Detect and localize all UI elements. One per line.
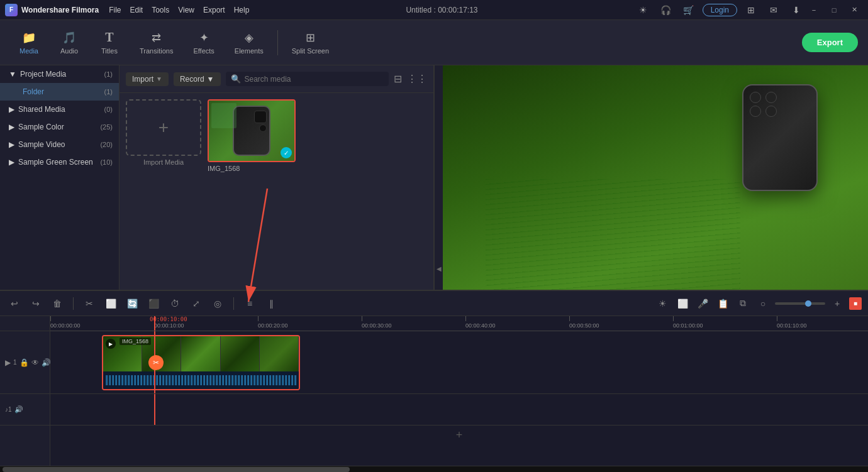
- filter-icon[interactable]: ⊟: [394, 73, 402, 85]
- toolbar-effects[interactable]: ✦ Effects: [184, 27, 223, 58]
- timeline-body: ▶ 1 🔒 👁 🔊 ♪1 🔊 00:00:00:00 0: [0, 316, 868, 466]
- toolbar-splitscreen-label: Split Screen: [292, 47, 329, 55]
- tl-resize-button[interactable]: ⤢: [188, 295, 204, 312]
- headphone-icon[interactable]: 🎧: [657, 3, 675, 18]
- eye-icon[interactable]: 👁: [31, 358, 39, 367]
- tl-redo-button[interactable]: ↪: [28, 295, 44, 312]
- audio-track-number: ♪1: [5, 406, 12, 413]
- menu-view[interactable]: View: [178, 6, 194, 14]
- ruler-tick-5: 00:00:50:00: [569, 316, 599, 329]
- shared-media-arrow: ▶: [9, 105, 14, 114]
- toolbar-titles[interactable]: T Titles: [91, 26, 128, 58]
- sample-video-arrow: ▶: [9, 140, 14, 149]
- video-track-header: ▶ 1 🔒 👁 🔊: [0, 331, 50, 394]
- tl-audio-button[interactable]: ∥: [263, 295, 279, 312]
- theme-icon[interactable]: ☀: [635, 3, 652, 18]
- maximize-button[interactable]: □: [825, 4, 843, 16]
- cart-icon[interactable]: 🛒: [680, 3, 698, 18]
- zoom-thumb: [805, 300, 811, 307]
- toolbar-elements-label: Elements: [235, 47, 264, 55]
- ruler-tick-7: 00:01:10:00: [777, 316, 807, 329]
- tl-rotate-button[interactable]: 🔄: [124, 295, 140, 312]
- sidebar-item-sample-green[interactable]: ▶ Sample Green Screen (10): [0, 153, 119, 171]
- plus-icon: +: [159, 118, 169, 138]
- transitions-icon: ⇄: [152, 31, 161, 45]
- playhead-audio: [154, 394, 155, 425]
- tl-sun-button[interactable]: ☀: [654, 295, 670, 312]
- tl-split-button[interactable]: ≡: [242, 295, 258, 312]
- download-icon[interactable]: ⬇: [787, 3, 805, 18]
- menu-tools[interactable]: Tools: [152, 6, 169, 14]
- tl-mic-button[interactable]: 🎤: [694, 295, 711, 312]
- media-item-img1568[interactable]: ✓ IMG_1568: [208, 99, 296, 172]
- menu-file[interactable]: File: [109, 6, 121, 14]
- add-track-icon[interactable]: +: [456, 429, 463, 442]
- more-icon[interactable]: ⋮⋮: [407, 73, 427, 85]
- video-track: ▶ IMG_1568 ✂: [50, 331, 868, 394]
- toolbar-elements[interactable]: ◈ Elements: [226, 27, 272, 58]
- add-track-row: +: [50, 425, 868, 444]
- record-chevron: ▼: [207, 75, 214, 84]
- audio-track: [50, 394, 868, 425]
- lock-icon[interactable]: 🔒: [19, 358, 29, 367]
- volume-track-icon[interactable]: 🔊: [42, 358, 51, 367]
- tl-zoom-in-button[interactable]: +: [829, 295, 845, 312]
- sidebar-item-sample-video[interactable]: ▶ Sample Video (20): [0, 136, 119, 153]
- shared-media-count: (0): [104, 106, 113, 113]
- menu-help[interactable]: Help: [234, 6, 250, 14]
- search-input[interactable]: [245, 75, 384, 84]
- media-toolbar: Import ▼ Record ▼ 🔍 ⊟ ⋮⋮: [120, 65, 433, 93]
- project-media-count: (1): [104, 70, 113, 78]
- tl-copy-button[interactable]: ⬜: [103, 295, 119, 312]
- sidebar-item-shared-media[interactable]: ▶ Shared Media (0): [0, 101, 119, 118]
- sidebar-item-folder[interactable]: Folder (1): [0, 83, 119, 101]
- tl-crop-button[interactable]: ⬛: [145, 295, 162, 312]
- sidebar-item-sample-color[interactable]: ▶ Sample Color (25): [0, 118, 119, 136]
- toolbar-transitions[interactable]: ⇄ Transitions: [131, 27, 182, 58]
- audio-lock-icon[interactable]: 🔊: [14, 405, 23, 414]
- app-logo: F Wondershare Filmora: [5, 4, 99, 16]
- message-icon[interactable]: ✉: [765, 3, 782, 18]
- sample-video-label: Sample Video: [18, 140, 65, 149]
- tl-cut-button[interactable]: ✂: [81, 295, 97, 312]
- export-button[interactable]: Export: [802, 33, 858, 52]
- tl-circle-button[interactable]: ○: [755, 295, 771, 312]
- toolbar-splitscreen[interactable]: ⊞ Split Screen: [283, 27, 338, 58]
- audio-track-header: ♪1 🔊: [0, 394, 50, 425]
- sample-green-label: Sample Green Screen: [18, 158, 93, 167]
- import-media-placeholder[interactable]: +: [126, 99, 201, 156]
- tl-delete-button[interactable]: 🗑: [49, 295, 65, 312]
- sample-color-count: (25): [100, 123, 113, 131]
- scroll-thumb[interactable]: [3, 467, 350, 472]
- sample-video-count: (20): [100, 141, 113, 148]
- login-button[interactable]: Login: [703, 4, 737, 16]
- toolbar-audio[interactable]: 🎵 Audio: [50, 27, 88, 58]
- sidebar-item-project-media[interactable]: ▼ Project Media (1): [0, 65, 119, 83]
- app-name: Wondershare Filmora: [21, 6, 99, 14]
- tl-overlay-button[interactable]: ⧉: [735, 295, 751, 312]
- menu-export[interactable]: Export: [203, 6, 225, 14]
- tl-speed-button[interactable]: ⏱: [167, 295, 183, 312]
- tl-stop-record-button[interactable]: ■: [849, 297, 862, 310]
- sample-color-arrow: ▶: [9, 123, 14, 131]
- timeline-scrollbar[interactable]: [0, 466, 868, 472]
- close-button[interactable]: ✕: [845, 4, 863, 16]
- ruler-header: [0, 316, 50, 331]
- ruler-tick-4: 00:00:40:00: [465, 316, 496, 329]
- tl-mask-button[interactable]: ⬜: [674, 295, 691, 312]
- record-label: Record: [180, 75, 204, 84]
- zoom-slider[interactable]: [775, 302, 825, 305]
- splitscreen-icon: ⊞: [306, 31, 315, 45]
- folder-count: (1): [104, 88, 113, 96]
- tl-target-button[interactable]: ◎: [209, 295, 226, 312]
- video-clip[interactable]: ▶ IMG_1568: [102, 335, 300, 390]
- tl-undo-button[interactable]: ↩: [6, 295, 23, 312]
- import-button[interactable]: Import ▼: [126, 72, 169, 86]
- tl-copy2-button[interactable]: 📋: [715, 295, 731, 312]
- minimize-button[interactable]: −: [805, 4, 823, 16]
- record-button[interactable]: Record ▼: [174, 72, 221, 86]
- timeline: ↩ ↪ 🗑 ✂ ⬜ 🔄 ⬛ ⏱ ⤢ ◎ ≡ ∥ ☀ ⬜ 🎤 📋 ⧉ ○ + ■: [0, 290, 868, 472]
- menu-edit[interactable]: Edit: [130, 6, 143, 14]
- layout-icon[interactable]: ⊞: [742, 3, 760, 18]
- toolbar-media[interactable]: 📁 Media: [10, 27, 48, 58]
